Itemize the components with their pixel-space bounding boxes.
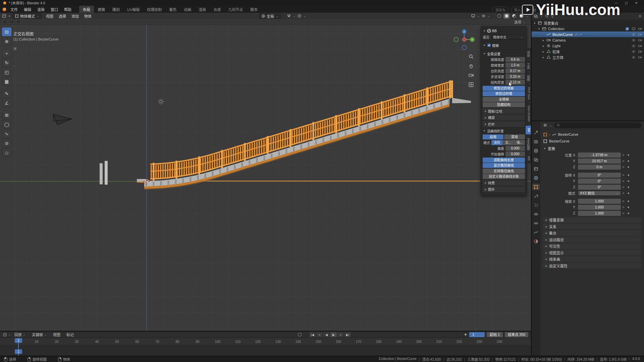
outliner-row-Camera[interactable]: ▸Camera: [532, 37, 644, 43]
camera-icon[interactable]: [638, 44, 642, 48]
maximize-button[interactable]: ▢: [621, 0, 631, 6]
properties-tab-object[interactable]: [532, 184, 540, 190]
frame-start-field[interactable]: 起始 1: [487, 332, 503, 337]
npanel-action-button-3[interactable]: 隐藏结构: [483, 102, 525, 107]
overlay-link-0[interactable]: 另存为: [492, 7, 508, 13]
properties-search-box[interactable]: [554, 123, 641, 128]
viewport-menu-1[interactable]: 选择: [56, 13, 69, 19]
properties-tab-particles[interactable]: [532, 202, 540, 208]
decorator-dot[interactable]: [621, 166, 626, 168]
expand-caret-icon[interactable]: ▾: [483, 52, 486, 55]
playhead-frame-badge[interactable]: 1: [15, 338, 22, 343]
animate-dot[interactable]: [626, 154, 631, 156]
properties-tab-world[interactable]: [532, 175, 540, 181]
decorator-dot[interactable]: [621, 186, 626, 188]
tool-select-box[interactable]: ⊡: [2, 27, 11, 36]
prop-value-field[interactable]: 1.000: [578, 199, 621, 204]
options-dropdown[interactable]: 选项 ⌄: [514, 19, 528, 24]
gear-icon[interactable]: [638, 14, 642, 18]
timeline-menu-2[interactable]: 视图: [50, 331, 63, 338]
playhead-frame-badge-bottom[interactable]: 1: [15, 349, 22, 354]
properties-panel-线条画[interactable]: ▸线条画: [543, 256, 641, 262]
sidebar-tab-Geo-Scatter[interactable]: Geo-Scatter: [525, 103, 531, 125]
timeline-ruler[interactable]: 1020304050607080901001101201301401501601…: [0, 338, 531, 346]
properties-tab-data[interactable]: [532, 229, 540, 235]
animate-dot[interactable]: [626, 160, 631, 162]
viewport-menu-3[interactable]: 物体: [82, 13, 94, 19]
properties-tab-constraints[interactable]: [532, 220, 540, 226]
outliner-row-立方体[interactable]: ▸立方体: [532, 54, 644, 60]
collapse-caret-icon[interactable]: ▸: [484, 181, 487, 184]
play-reverse-button[interactable]: ◀: [323, 332, 330, 337]
tool-transform[interactable]: ▦: [2, 77, 11, 86]
sidebar-tab-工具[interactable]: 工具: [525, 60, 531, 72]
tool-setting-toggle-3[interactable]: [16, 20, 21, 24]
autokey-toggle[interactable]: [298, 333, 302, 337]
prev-keyframe-button[interactable]: «: [316, 332, 323, 337]
camera-icon[interactable]: [638, 27, 642, 31]
jump-start-button[interactable]: |◀: [309, 332, 316, 337]
animate-dot[interactable]: [626, 200, 631, 202]
npanel-bottom-section-0[interactable]: ▸材质: [483, 180, 525, 186]
decorator-dot[interactable]: [621, 192, 626, 194]
npanel-section-2[interactable]: ▸栏杆: [483, 121, 525, 127]
tool-extra-tool-2[interactable]: ∿: [2, 129, 11, 138]
properties-tab-tool[interactable]: [532, 129, 540, 136]
shading-wireframe-button[interactable]: [496, 13, 502, 19]
sidebar-tab-视图[interactable]: 视图: [525, 72, 531, 84]
checkbox-icon[interactable]: [487, 43, 491, 47]
decorator-dot[interactable]: [621, 213, 626, 214]
language-dropdown[interactable]: 简体中文⌄: [491, 35, 525, 40]
curve-icon[interactable]: [552, 132, 556, 137]
sidebar-tab-PHT Geo[interactable]: PHT Geo: [525, 84, 531, 102]
menu-2[interactable]: 渲染: [34, 6, 48, 13]
animate-dot[interactable]: [626, 186, 631, 188]
collapse-caret-icon[interactable]: ▸: [545, 231, 548, 235]
sidebar-tab-PBR贴图[interactable]: PBR贴图: [525, 135, 531, 153]
npanel-section-1[interactable]: ▸横梁: [483, 115, 525, 120]
workspace-tab-3[interactable]: UV编辑: [123, 6, 143, 13]
tool-extra-tool-3[interactable]: ⊘: [2, 139, 11, 147]
expand-caret-icon[interactable]: ▾: [533, 21, 536, 25]
timeline-menu-3[interactable]: 标记: [64, 331, 76, 338]
mode-option-1[interactable]: 正...: [503, 140, 514, 145]
camera-icon[interactable]: [638, 38, 642, 42]
outliner-row-场景集合[interactable]: ▾场景集合: [532, 20, 644, 26]
properties-tab-output[interactable]: [532, 147, 540, 154]
properties-panel-可见性[interactable]: ▸可见性: [543, 243, 641, 249]
field-value[interactable]: 1.5 m: [505, 63, 525, 68]
decorator-dot[interactable]: [621, 206, 626, 208]
decorator-dot[interactable]: [621, 154, 626, 156]
outliner-row-BezierCurve[interactable]: BezierCurve: [532, 32, 644, 37]
menu-0[interactable]: 文件: [7, 6, 21, 13]
workspace-tab-8[interactable]: 合成: [210, 6, 224, 13]
hand-icon[interactable]: [468, 63, 474, 69]
prop-value-field[interactable]: 0°: [578, 185, 621, 190]
npanel-section-0[interactable]: ▸踏板/立柱: [483, 108, 525, 114]
eye-icon[interactable]: [632, 38, 636, 42]
screen-icon[interactable]: [471, 14, 475, 18]
field-value[interactable]: 0.000: [505, 146, 525, 151]
global-settings-header[interactable]: ▾全局设置: [483, 51, 525, 57]
properties-search-input[interactable]: [561, 123, 639, 127]
prop-value-field[interactable]: 0°: [578, 179, 621, 184]
timeline-channels[interactable]: [0, 346, 531, 355]
workspace-tab-10[interactable]: 脚本: [247, 6, 261, 13]
outliner-row-Light[interactable]: ▸Light: [532, 43, 644, 49]
collapse-caret-icon[interactable]: ▸: [484, 116, 487, 119]
field-value[interactable]: 0.000: [505, 152, 525, 157]
viewport-3d[interactable]: 正交右视图 (1) Collection | BezierCurve 米 ⊡⊕+…: [0, 25, 531, 331]
collapse-caret-icon[interactable]: ▸: [484, 109, 487, 113]
current-frame-field[interactable]: 1: [469, 332, 485, 337]
menu-4[interactable]: 帮助: [61, 6, 74, 13]
properties-tab-scene[interactable]: [532, 166, 540, 172]
screen-icon[interactable]: [632, 27, 636, 31]
mode-option-2[interactable]: 强...: [514, 140, 525, 145]
shading-solid-button[interactable]: [503, 13, 509, 19]
deform-button-0[interactable]: 适配曲线长度: [483, 158, 525, 163]
deform-button-3[interactable]: 自定义路径曲线对象: [483, 174, 525, 179]
menu-3[interactable]: 窗口: [48, 6, 61, 13]
collapse-caret-icon[interactable]: ▸: [545, 251, 548, 254]
prop-value-field[interactable]: -1.9738 m: [578, 153, 621, 158]
tool-rotate[interactable]: ↻: [2, 58, 11, 67]
